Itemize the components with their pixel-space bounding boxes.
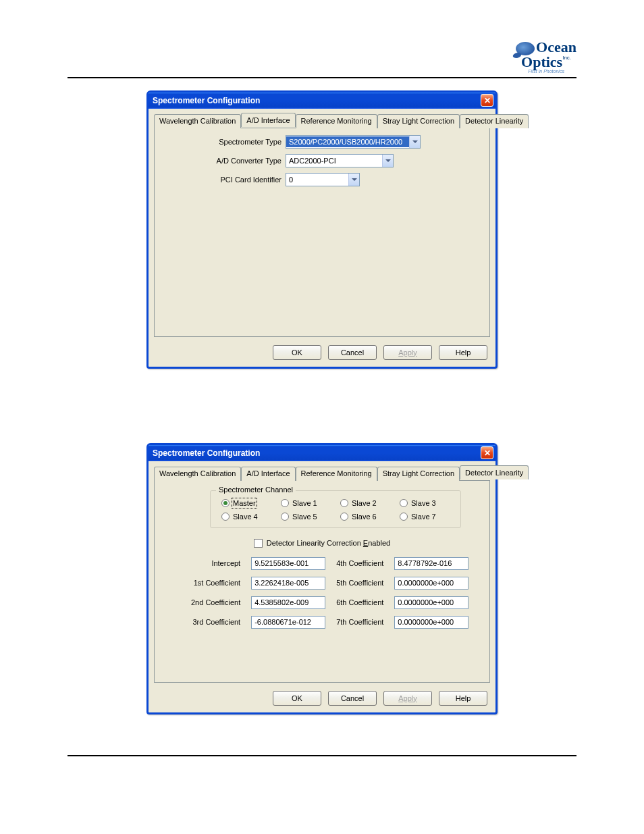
help-button[interactable]: Help bbox=[439, 345, 487, 360]
titlebar[interactable]: Spectrometer Configuration ✕ bbox=[149, 445, 495, 461]
radio-master[interactable]: Master bbox=[221, 499, 271, 507]
radio-icon bbox=[281, 499, 289, 507]
window-title: Spectrometer Configuration bbox=[153, 96, 260, 105]
label-coef-5: 5th Coefficient bbox=[336, 579, 383, 587]
combo-pci-card-identifier[interactable]: 0 bbox=[286, 173, 360, 186]
label-coef-3: 3rd Coefficient bbox=[191, 618, 240, 626]
dialog-button-row: OK Cancel Apply Help bbox=[149, 687, 495, 712]
tab-reference-monitoring[interactable]: Reference Monitoring bbox=[296, 114, 377, 128]
dialog-spectrometer-config-linearity: Spectrometer Configuration ✕ Wavelength … bbox=[146, 443, 498, 714]
tab-ad-interface[interactable]: A/D Interface bbox=[241, 467, 295, 481]
window-title: Spectrometer Configuration bbox=[153, 448, 260, 458]
tab-detector-linearity[interactable]: Detector Linearity bbox=[460, 465, 529, 479]
chevron-down-icon[interactable] bbox=[409, 136, 420, 148]
label-coef-6: 6th Coefficient bbox=[336, 598, 383, 606]
globe-icon bbox=[516, 42, 535, 55]
tab-panel-detector-linearity: Spectrometer Channel Master Slave 1 bbox=[154, 480, 490, 683]
label-pci-card-identifier: PCI Card Identifier bbox=[164, 176, 286, 184]
radio-slave-7[interactable]: Slave 7 bbox=[400, 513, 450, 521]
input-coef-3[interactable] bbox=[251, 616, 325, 629]
coefficient-grid: Intercept 4th Coefficient 1st Coefficien… bbox=[191, 557, 466, 629]
label-ad-converter-type: A/D Converter Type bbox=[164, 157, 286, 165]
input-coef-4[interactable] bbox=[394, 557, 468, 570]
group-legend: Spectrometer Channel bbox=[216, 486, 296, 494]
label-intercept: Intercept bbox=[191, 559, 240, 567]
label-coef-4: 4th Coefficient bbox=[336, 559, 383, 567]
close-icon[interactable]: ✕ bbox=[481, 446, 493, 459]
label-spectrometer-type: Spectrometer Type bbox=[164, 138, 286, 146]
radio-slave-6[interactable]: Slave 6 bbox=[340, 513, 390, 521]
checkbox-label-linearity-enabled[interactable]: Detector Linearity Correction Enabled bbox=[267, 539, 390, 547]
input-coef-5[interactable] bbox=[394, 577, 468, 590]
tab-wavelength-calibration[interactable]: Wavelength Calibration bbox=[154, 114, 241, 128]
radio-slave-1[interactable]: Slave 1 bbox=[281, 499, 331, 507]
combo-ad-converter-type[interactable]: ADC2000-PCI bbox=[286, 154, 394, 167]
tab-panel-ad-interface: Spectrometer Type S2000/PC2000/USB2000/H… bbox=[154, 128, 490, 337]
tab-stray-light-correction[interactable]: Stray Light Correction bbox=[377, 114, 460, 128]
chevron-down-icon[interactable] bbox=[382, 155, 393, 167]
radio-icon bbox=[221, 499, 230, 507]
tab-strip: Wavelength Calibration A/D Interface Ref… bbox=[154, 114, 490, 128]
radio-icon bbox=[340, 513, 348, 521]
divider-bottom bbox=[68, 755, 576, 756]
label-coef-2: 2nd Coefficient bbox=[191, 598, 240, 606]
apply-button[interactable]: Apply bbox=[383, 691, 432, 706]
tab-ad-interface[interactable]: A/D Interface bbox=[241, 113, 295, 127]
input-coef-1[interactable] bbox=[251, 577, 325, 590]
radio-icon bbox=[400, 513, 408, 521]
radio-icon bbox=[281, 513, 289, 521]
input-coef-2[interactable] bbox=[251, 596, 325, 609]
chevron-down-icon[interactable] bbox=[348, 174, 359, 186]
tab-strip: Wavelength Calibration A/D Interface Ref… bbox=[154, 467, 490, 481]
cancel-button[interactable]: Cancel bbox=[328, 691, 377, 706]
ok-button[interactable]: OK bbox=[273, 691, 321, 706]
radio-slave-4[interactable]: Slave 4 bbox=[221, 513, 271, 521]
close-icon[interactable]: ✕ bbox=[481, 94, 493, 107]
brand-logo: Ocean OpticsInc. First in Photonics bbox=[68, 41, 576, 74]
radio-icon bbox=[340, 499, 348, 507]
ok-button[interactable]: OK bbox=[273, 345, 321, 360]
dialog-button-row: OK Cancel Apply Help bbox=[149, 341, 495, 367]
radio-slave-2[interactable]: Slave 2 bbox=[340, 499, 390, 507]
titlebar[interactable]: Spectrometer Configuration ✕ bbox=[149, 93, 495, 109]
checkbox-linearity-enabled[interactable] bbox=[254, 539, 263, 548]
combo-spectrometer-type[interactable]: S2000/PC2000/USB2000/HR2000 bbox=[286, 135, 421, 149]
divider-top bbox=[68, 77, 576, 78]
apply-button[interactable]: Apply bbox=[383, 345, 432, 360]
input-coef-7[interactable] bbox=[394, 616, 468, 629]
tab-detector-linearity[interactable]: Detector Linearity bbox=[460, 114, 529, 128]
input-intercept[interactable] bbox=[251, 557, 325, 570]
label-coef-1: 1st Coefficient bbox=[191, 579, 240, 587]
label-coef-7: 7th Coefficient bbox=[336, 618, 383, 626]
radio-slave-5[interactable]: Slave 5 bbox=[281, 513, 331, 521]
radio-icon bbox=[400, 499, 408, 507]
groupbox-spectrometer-channel: Spectrometer Channel Master Slave 1 bbox=[210, 490, 461, 528]
input-coef-6[interactable] bbox=[394, 596, 468, 609]
radio-slave-3[interactable]: Slave 3 bbox=[400, 499, 450, 507]
cancel-button[interactable]: Cancel bbox=[328, 345, 377, 360]
help-button[interactable]: Help bbox=[439, 691, 487, 706]
dialog-spectrometer-config-ad: Spectrometer Configuration ✕ Wavelength … bbox=[146, 90, 498, 369]
radio-icon bbox=[221, 513, 230, 521]
tab-reference-monitoring[interactable]: Reference Monitoring bbox=[296, 467, 377, 481]
tab-stray-light-correction[interactable]: Stray Light Correction bbox=[377, 467, 460, 481]
tab-wavelength-calibration[interactable]: Wavelength Calibration bbox=[154, 467, 241, 481]
